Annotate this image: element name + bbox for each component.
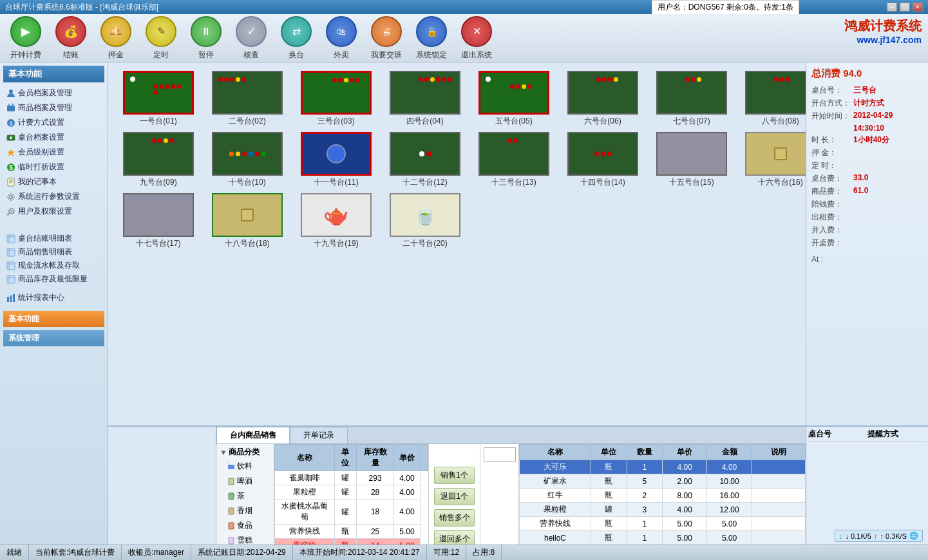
sales-amount: 5.00 — [707, 531, 752, 545]
shift-button[interactable]: 🖨 我要交班 — [367, 16, 406, 61]
return-many-button[interactable]: 退回多个 — [434, 530, 475, 545]
table-09[interactable]: 九号台(09) — [117, 132, 200, 188]
sell-one-button[interactable]: 销售1个 — [434, 467, 475, 484]
table-20[interactable]: 🍵 二十号台(20) — [383, 193, 467, 249]
close-button[interactable]: ✕ — [913, 3, 923, 12]
sales-row[interactable]: 大可乐 瓶 1 4.00 4.00 — [520, 460, 806, 474]
timer-button[interactable]: ✎ 定时 — [142, 16, 180, 61]
svg-rect-15 — [7, 235, 15, 243]
product-row[interactable]: 果缤纷 瓶 14 5.00 — [275, 539, 428, 545]
product-stock: 18 — [357, 499, 394, 525]
exit-button[interactable]: ✕ 退出系统 — [457, 16, 496, 61]
window-controls[interactable]: ─ □ ✕ — [887, 3, 923, 12]
start-billing-label: 开钟计费 — [10, 50, 41, 61]
sales-row[interactable]: 营养快线 瓶 1 5.00 5.00 — [520, 517, 806, 531]
checkout-label: 结账 — [63, 50, 79, 61]
level-label: 会员级别设置 — [18, 147, 64, 158]
sales-row[interactable]: 红牛 瓶 2 8.00 16.00 — [520, 489, 806, 503]
switch-table-button[interactable]: ⇄ 换台 — [277, 16, 316, 61]
deposit-button[interactable]: 💴 押金 — [97, 16, 135, 61]
sales-row[interactable]: 果粒橙 罐 3 4.00 12.00 — [520, 503, 806, 517]
lock-button[interactable]: 🔒 系统锁定 — [412, 16, 451, 61]
tab-order-records[interactable]: 开单记录 — [290, 427, 348, 443]
restore-button[interactable]: □ — [900, 3, 910, 12]
goods-fee-value: 61.0 — [853, 186, 868, 197]
table-07[interactable]: 七号台(07) — [650, 71, 734, 127]
sales-scroll[interactable]: 名称 单位 数量 单价 金额 说明 大可乐 — [519, 444, 806, 545]
table-06[interactable]: 六号台(06) — [561, 71, 645, 127]
sidebar-item-users[interactable]: 用户及权限设置 — [3, 204, 104, 219]
sales-col-note: 说明 — [752, 445, 805, 460]
table-17[interactable]: 十七号台(17) — [117, 193, 200, 249]
pause-label: 暂停 — [198, 50, 214, 61]
merge-label: 并入费： — [811, 225, 853, 236]
sales-qty: 5 — [627, 474, 663, 489]
table-01[interactable]: 一号台(01) — [117, 71, 200, 127]
category-icecream[interactable]: 雪糕 — [218, 533, 272, 545]
sales-row[interactable]: helloC 瓶 1 5.00 5.00 — [520, 531, 806, 545]
category-food[interactable]: 食品 — [218, 518, 272, 533]
system-management-header[interactable]: 系统管理 — [3, 330, 104, 346]
category-tea-label: 茶 — [237, 490, 245, 501]
category-icon-beer — [227, 478, 235, 485]
expand-icon: ▼ — [220, 448, 227, 457]
product-row[interactable]: 营养快线 瓶 25 5.00 — [275, 525, 428, 539]
table-08[interactable]: 八号台(08) — [739, 71, 806, 127]
table-03[interactable]: 三号台(03) — [294, 71, 378, 127]
category-beer[interactable]: 啤酒 — [218, 474, 272, 489]
brand-name: 鸿威计费系统 — [844, 17, 922, 35]
sidebar-item-billing[interactable]: $ 计费方式设置 — [3, 115, 104, 130]
category-cigarette[interactable]: 香烟 — [218, 503, 272, 518]
product-row[interactable]: 水蜜桃水晶葡萄 罐 18 4.00 — [275, 499, 428, 525]
sidebar-item-inventory[interactable]: 商品库存及最低限量 — [3, 272, 104, 286]
table-04[interactable]: 四号台(04) — [383, 71, 467, 127]
basic-function-header[interactable]: 基本功能 — [3, 311, 104, 327]
sidebar-item-goods-detail[interactable]: 商品销售明细表 — [3, 245, 104, 259]
delivery-button[interactable]: 🛍 外卖 — [322, 16, 361, 61]
sales-row[interactable]: 矿泉水 瓶 5 2.00 10.00 — [520, 474, 806, 489]
table-15[interactable]: 十五号台(15) — [650, 132, 734, 188]
table-10[interactable]: 十号台(10) — [205, 132, 289, 188]
checkout-button[interactable]: 💰 结账 — [52, 16, 90, 61]
table-11[interactable]: 十一号台(11) — [294, 132, 378, 188]
tab-product-sales[interactable]: 台内商品销售 — [216, 427, 290, 443]
minimize-button[interactable]: ─ — [887, 3, 897, 12]
sidebar-item-member[interactable]: 会员档案及管理 — [3, 86, 104, 100]
table-14[interactable]: 十四号台(14) — [561, 132, 645, 188]
sidebar-item-notes[interactable]: 我的记事本 — [3, 174, 104, 189]
status-ready: 就绪 — [0, 545, 29, 560]
product-row[interactable]: 雀巢咖啡 罐 293 4.00 — [275, 471, 428, 485]
table-12[interactable]: 十二号台(12) — [383, 132, 467, 188]
sidebar-item-level[interactable]: 会员级别设置 — [3, 145, 104, 160]
table-19[interactable]: 🫖 十九号台(19) — [294, 193, 378, 249]
table-05[interactable]: 五号台(05) — [472, 71, 556, 127]
title-text: 台球厅计费系统8.6标准版 - [鸿威台球俱乐部] — [5, 2, 158, 13]
product-scroll[interactable]: 名称 单位 库存数量 单价 雀巢咖啡 罐 293 4.00 — [274, 444, 428, 545]
category-tea[interactable]: 茶 — [218, 489, 272, 503]
table-02[interactable]: 二号台(02) — [205, 71, 289, 127]
sidebar-item-table[interactable]: 桌台档案设置 — [3, 130, 104, 145]
svg-rect-35 — [229, 523, 234, 529]
sidebar-item-table-detail[interactable]: 桌台结账明细表 — [3, 232, 104, 245]
brand-url: www.jf147.com — [844, 35, 922, 45]
sell-many-button[interactable]: 销售多个 — [434, 509, 475, 527]
start-billing-button[interactable]: ▶ 开钟计费 — [6, 16, 45, 61]
table-16[interactable]: 十六号台(16) — [739, 132, 806, 188]
svg-rect-28 — [10, 295, 12, 302]
category-root[interactable]: ▼ 商品分类 — [218, 445, 272, 459]
sidebar-item-params[interactable]: 系统运行参数设置 — [3, 189, 104, 204]
sidebar-item-stats[interactable]: 统计报表中心 — [3, 291, 104, 304]
pause-button[interactable]: ⏸ 暂停 — [187, 16, 225, 61]
sales-col-unit: 单位 — [591, 445, 627, 460]
billing-label: 计费方式设置 — [18, 117, 64, 128]
verify-button[interactable]: ✓ 核查 — [232, 16, 270, 61]
table-13[interactable]: 十三号台(13) — [472, 132, 556, 188]
category-drink[interactable]: 饮料 — [218, 459, 272, 474]
sidebar-item-cashflow[interactable]: 现金流水帐及存取 — [3, 259, 104, 272]
quantity-input[interactable] — [484, 447, 516, 462]
return-one-button[interactable]: 退回1个 — [434, 488, 475, 505]
sidebar-item-goods[interactable]: 商品档案及管理 — [3, 100, 104, 115]
table-18[interactable]: 十八号台(18) — [205, 193, 289, 249]
sidebar-item-discount[interactable]: $ 临时打折设置 — [3, 160, 104, 174]
product-row[interactable]: 果粒橙 罐 28 4.00 — [275, 485, 428, 499]
